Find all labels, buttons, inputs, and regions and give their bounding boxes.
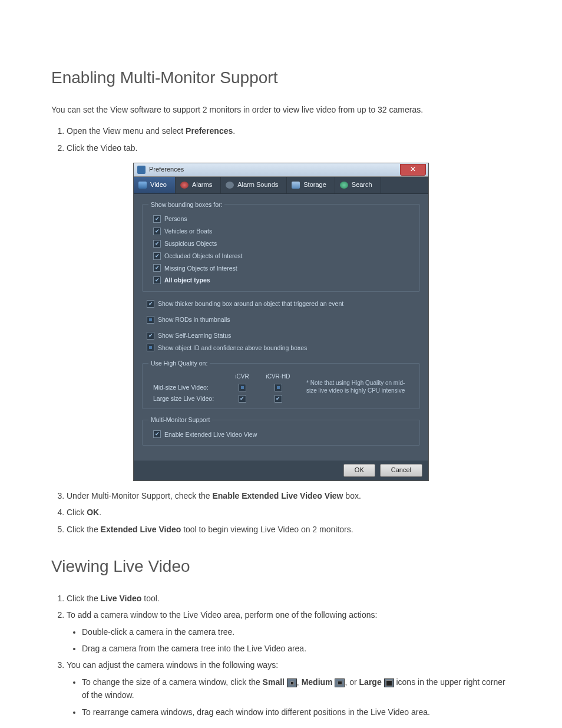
section1-title: Enabling Multi-Monitor Support <box>51 65 511 91</box>
multi-monitor-group: Multi-Monitor Support Enable Extended Li… <box>142 415 420 446</box>
tab-alarms[interactable]: Alarms <box>176 177 221 193</box>
s2-step-1: Click the Live Video tool. <box>67 592 511 605</box>
tab-alarm-sounds[interactable]: Alarm Sounds <box>221 177 287 193</box>
alarm-sounds-icon <box>226 182 234 189</box>
cb-missing[interactable] <box>153 264 161 272</box>
cb-occluded-row: Occluded Objects of Interest <box>153 250 414 262</box>
step-1: Open the View menu and select Preference… <box>67 124 511 137</box>
tab-storage[interactable]: Storage <box>287 177 335 193</box>
dialog-title: Preferences <box>149 164 400 175</box>
section2-title: Viewing Live Video <box>51 554 511 580</box>
section1-steps-cont: Under Multi-Monitor Support, check the E… <box>51 489 511 536</box>
s2-step-2b: Drag a camera from the camera tree into … <box>82 642 511 655</box>
ok-button[interactable]: OK <box>343 464 375 477</box>
cb-enable-extended-row: Enable Extended Live Video View <box>153 429 414 441</box>
step-5: Click the Extended Live Video tool to be… <box>67 523 511 536</box>
cb-enable-extended[interactable] <box>153 430 161 438</box>
preferences-dialog: Preferences ✕ Video Alarms Alarm Sounds … <box>133 163 429 481</box>
cb-alltypes-row: All object types <box>153 274 414 286</box>
cb-mid-icvr[interactable] <box>239 384 246 391</box>
cb-rods-row: Show RODs in thumbnails <box>147 314 420 326</box>
s2-step-2: To add a camera window to the Live Video… <box>67 608 511 655</box>
step-4: Click OK. <box>67 506 511 519</box>
cb-thicker-row: Show thicker bounding box around an obje… <box>147 298 420 310</box>
tab-video[interactable]: Video <box>134 177 176 193</box>
bounding-boxes-group: Show bounding boxes for: Persons Vehicle… <box>142 200 420 292</box>
tabs: Video Alarms Alarm Sounds Storage Search <box>134 177 428 194</box>
step-3: Under Multi-Monitor Support, check the E… <box>67 489 511 502</box>
section1-intro: You can set the View software to support… <box>51 103 511 116</box>
cb-persons[interactable] <box>153 215 161 223</box>
step-2: Click the Video tab. <box>67 141 511 154</box>
hq-note: * Note that using High Quality on mid-si… <box>306 372 412 394</box>
app-icon <box>137 166 146 174</box>
cb-vehicles[interactable] <box>153 228 161 235</box>
hq-col-icvr: iCVR <box>227 372 257 381</box>
cb-large-icvrhd[interactable] <box>275 395 282 403</box>
dialog-button-bar: OK Cancel <box>134 460 428 480</box>
cb-large-icvr[interactable] <box>239 395 246 403</box>
s2-step-3: You can adjust the camera windows in the… <box>67 658 511 719</box>
alarms-icon <box>180 182 189 189</box>
cb-mid-icvrhd[interactable] <box>275 384 282 391</box>
hq-row-large: Large size Live Video: <box>153 394 224 404</box>
dialog-titlebar: Preferences ✕ <box>134 163 428 177</box>
section2-steps: Click the Live Video tool. To add a came… <box>51 592 511 719</box>
cb-missing-row: Missing Objects of Interest <box>153 262 414 275</box>
cb-suspicious[interactable] <box>153 240 161 248</box>
cb-selflearn[interactable] <box>147 332 154 340</box>
section1-steps: Open the View menu and select Preference… <box>51 124 511 154</box>
dialog-body: Show bounding boxes for: Persons Vehicle… <box>134 194 428 460</box>
close-button[interactable]: ✕ <box>400 164 426 176</box>
high-quality-group: Use High Quality on: iCVR iCVR-HD Mid-si… <box>142 358 420 409</box>
size-medium-icon <box>335 678 345 687</box>
cb-alltypes[interactable] <box>153 276 161 284</box>
cb-selflearn-row: Show Self-Learning Status <box>147 330 420 342</box>
hq-col-icvrhd: iCVR-HD <box>260 372 296 381</box>
cb-objid[interactable] <box>147 344 154 351</box>
video-icon <box>138 182 147 189</box>
cb-suspicious-row: Suspicious Objects <box>153 238 414 250</box>
cb-objid-row: Show object ID and confidence above boun… <box>147 342 420 354</box>
s2-step-3b: To rearrange camera windows, drag each w… <box>82 706 511 719</box>
s2-step-2a: Double-click a camera in the camera tree… <box>82 625 511 638</box>
s2-step-3a: To change the size of a camera window, c… <box>82 676 511 702</box>
size-small-icon <box>287 678 297 687</box>
hq-row-mid: Mid-size Live Video: <box>153 383 224 393</box>
search-icon <box>340 182 348 189</box>
cb-thicker[interactable] <box>147 300 154 308</box>
cb-persons-row: Persons <box>153 213 414 225</box>
size-large-icon <box>384 678 394 687</box>
tab-search[interactable]: Search <box>335 177 381 193</box>
cancel-button[interactable]: Cancel <box>380 464 422 477</box>
storage-icon <box>292 182 300 189</box>
cb-occluded[interactable] <box>153 252 161 260</box>
cb-rods[interactable] <box>147 316 154 324</box>
cb-vehicles-row: Vehicles or Boats <box>153 225 414 238</box>
